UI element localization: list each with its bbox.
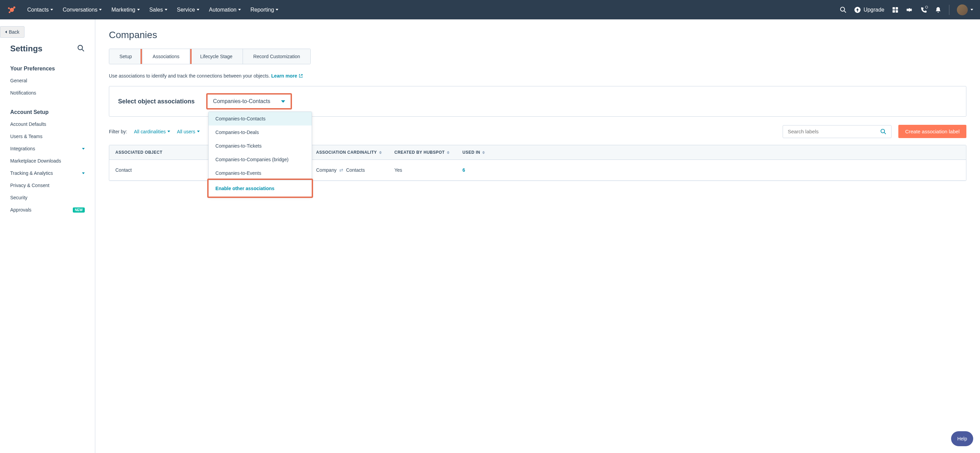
chevron-down-icon	[197, 9, 199, 11]
filter-cardinalities[interactable]: All cardinalities	[134, 129, 170, 134]
sidebar-item-marketplace[interactable]: Marketplace Downloads	[0, 155, 95, 167]
nav-contacts[interactable]: Contacts	[27, 7, 53, 13]
svg-point-4	[9, 11, 11, 13]
svg-point-7	[840, 7, 845, 11]
nav-service[interactable]: Service	[177, 7, 199, 13]
back-button[interactable]: Back	[0, 26, 24, 38]
account-menu[interactable]	[957, 5, 973, 15]
search-icon	[880, 129, 886, 135]
search-field[interactable]	[788, 129, 880, 134]
th-label: ASSOCIATED OBJECT	[115, 150, 162, 155]
svg-line-15	[82, 49, 84, 51]
divider	[949, 5, 950, 15]
nav-sales[interactable]: Sales	[150, 7, 167, 13]
chevron-down-icon	[167, 130, 170, 132]
th-associated-object[interactable]: ASSOCIATED OBJECT	[109, 145, 208, 159]
used-in-count[interactable]: 6	[463, 167, 465, 173]
filter-label: All cardinalities	[134, 129, 166, 134]
gear-icon[interactable]	[906, 6, 913, 13]
filter-users[interactable]: All users	[177, 129, 200, 134]
enable-other-associations[interactable]: Enable other associations	[208, 180, 312, 197]
tab-lifecycle[interactable]: Lifecycle Stage	[190, 49, 243, 64]
learn-more-link[interactable]: Learn more	[271, 73, 303, 79]
td-created: Yes	[388, 160, 456, 180]
search-icon[interactable]	[840, 6, 846, 13]
sidebar-item-label: Approvals	[10, 207, 31, 213]
th-label: CREATED BY HUBSPOT	[395, 150, 445, 155]
sort-icon	[379, 151, 382, 154]
new-badge: NEW	[73, 207, 85, 213]
sidebar-item-label: Security	[10, 195, 27, 200]
upgrade-label: Upgrade	[864, 7, 885, 13]
associations-dropdown[interactable]: Companies-to-Contacts	[208, 95, 290, 108]
search-labels-input[interactable]	[783, 125, 891, 138]
sidebar-item-tracking[interactable]: Tracking & Analytics	[0, 167, 95, 179]
help-button[interactable]: Help	[951, 431, 973, 446]
cardinality-a: Company	[316, 167, 337, 173]
search-icon[interactable]	[77, 45, 85, 53]
sidebar-item-users-teams[interactable]: Users & Teams	[0, 130, 95, 143]
filter-by-label: Filter by:	[109, 129, 127, 134]
settings-title: Settings	[10, 44, 43, 53]
td-used-in: 6	[456, 160, 966, 180]
select-label: Select object associations	[118, 98, 195, 105]
chevron-down-icon	[50, 9, 53, 11]
nav-automation[interactable]: Automation	[209, 7, 241, 13]
tab-record-customization[interactable]: Record Customization	[243, 49, 310, 64]
dropdown-option[interactable]: Companies-to-Deals	[208, 126, 312, 139]
nav-right: Upgrade	[840, 5, 973, 15]
nav-reporting[interactable]: Reporting	[250, 7, 278, 13]
th-used-in[interactable]: USED IN	[456, 145, 966, 159]
phone-icon[interactable]	[920, 6, 927, 13]
chevron-down-icon	[238, 9, 241, 11]
swap-icon: ⇄	[339, 167, 343, 173]
sidebar-item-label: Integrations	[10, 146, 35, 151]
chevron-down-icon	[99, 9, 102, 11]
sidebar-item-label: Account Defaults	[10, 121, 46, 127]
marketplace-icon[interactable]	[892, 6, 899, 13]
nav-label: Service	[177, 7, 195, 13]
svg-rect-12	[892, 10, 895, 13]
nav-conversations[interactable]: Conversations	[63, 7, 102, 13]
sidebar-item-general[interactable]: General	[0, 75, 95, 87]
td-cardinality: Company ⇄ Contacts	[310, 160, 388, 180]
tabs: Setup Associations Lifecycle Stage Recor…	[109, 49, 311, 64]
svg-line-8	[844, 11, 846, 13]
th-cardinality[interactable]: ASSOCIATION CARDINALITY	[310, 145, 388, 159]
create-association-label-button[interactable]: Create association label	[898, 125, 966, 138]
sidebar-item-label: Users & Teams	[10, 134, 43, 139]
sidebar-item-integrations[interactable]: Integrations	[0, 143, 95, 155]
chevron-down-icon	[275, 9, 278, 11]
avatar	[957, 5, 968, 15]
back-label: Back	[9, 29, 19, 35]
dropdown-option[interactable]: Companies-to-Events	[208, 166, 312, 180]
nav-label: Reporting	[250, 7, 274, 13]
caret-down-icon	[281, 100, 285, 103]
dropdown-option[interactable]: Companies-to-Tickets	[208, 139, 312, 153]
sidebar-item-security[interactable]: Security	[0, 191, 95, 204]
sidebar: Back Settings Your Preferences General N…	[0, 19, 95, 453]
td-object: Contact	[109, 160, 208, 180]
nav-marketing[interactable]: Marketing	[111, 7, 140, 13]
tab-associations[interactable]: Associations	[143, 49, 190, 64]
th-label: ASSOCIATION CARDINALITY	[316, 150, 377, 155]
bell-icon[interactable]	[935, 6, 942, 13]
tab-setup[interactable]: Setup	[109, 49, 143, 64]
th-created-by[interactable]: CREATED BY HUBSPOT	[388, 145, 456, 159]
sidebar-item-account-defaults[interactable]: Account Defaults	[0, 118, 95, 130]
dropdown-option[interactable]: Companies-to-Companies (bridge)	[208, 153, 312, 166]
svg-point-14	[78, 45, 82, 50]
chevron-down-icon	[137, 9, 140, 11]
sidebar-item-label: Privacy & Consent	[10, 183, 49, 188]
sidebar-item-approvals[interactable]: ApprovalsNEW	[0, 204, 95, 216]
hubspot-logo[interactable]	[7, 5, 17, 15]
upgrade-button[interactable]: Upgrade	[854, 6, 885, 13]
nav-label: Automation	[209, 7, 237, 13]
sidebar-item-privacy[interactable]: Privacy & Consent	[0, 179, 95, 191]
chevron-down-icon	[82, 148, 85, 149]
select-associations-row: Select object associations Companies-to-…	[109, 86, 966, 117]
sort-icon	[447, 151, 450, 154]
nav-label: Contacts	[27, 7, 49, 13]
dropdown-option[interactable]: Companies-to-Contacts	[208, 112, 312, 126]
sidebar-item-notifications[interactable]: Notifications	[0, 87, 95, 99]
